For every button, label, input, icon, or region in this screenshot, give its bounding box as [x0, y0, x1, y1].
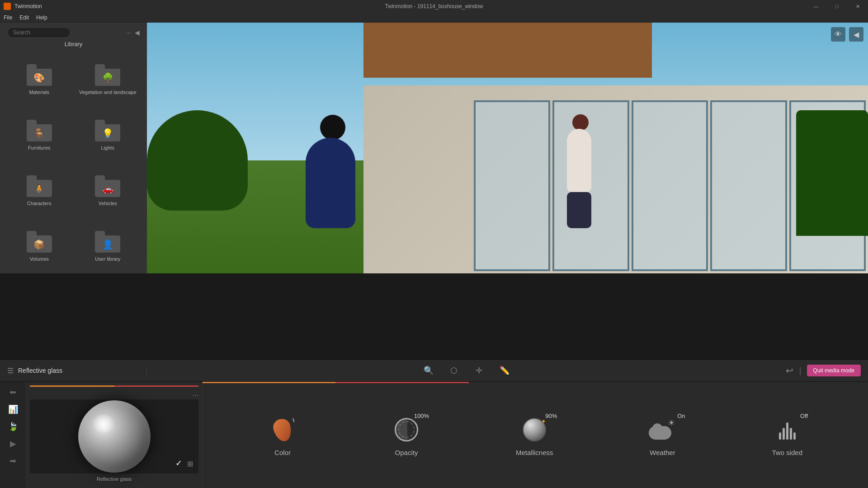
opacity-property[interactable]: 100% Opacity: [392, 415, 421, 456]
opacity-label: Opacity: [395, 449, 418, 456]
sidebar-icons: ··· ◀: [126, 29, 140, 36]
material-tab-bars: [30, 385, 198, 387]
app-title: Twinmotion: [14, 3, 42, 9]
quit-media-button[interactable]: Quit media mode: [807, 365, 861, 376]
export-icon[interactable]: ➡: [9, 456, 16, 466]
material-menu-icon[interactable]: ...: [193, 389, 198, 398]
sidebar-header: ··· ◀: [0, 23, 147, 41]
eye-toggle-button[interactable]: 👁: [831, 27, 845, 42]
sidebar-item-materials[interactable]: 🎨 Materials: [5, 52, 73, 107]
toolbar-center-tools: 🔍 ⬡ ✛ ✏️: [147, 363, 786, 378]
metallicness-label: Metallicness: [516, 449, 553, 456]
menu-edit[interactable]: Edit: [19, 14, 29, 21]
sidebar-collapse-icon[interactable]: ◀: [135, 29, 140, 36]
color-icon-wrap: [268, 415, 297, 444]
color-label: Color: [274, 449, 291, 456]
lights-label: Lights: [101, 145, 114, 150]
close-button[interactable]: ✕: [847, 0, 868, 13]
connect-tool-button[interactable]: ⬡: [447, 363, 461, 378]
eye-icon: 👁: [835, 30, 842, 38]
viewport-background: [147, 23, 868, 273]
sidebar-item-lights[interactable]: 💡 Lights: [74, 108, 142, 162]
materials-folder-icon: 🎨: [27, 64, 52, 86]
scene-character-2: [567, 114, 594, 228]
two-sided-status: Off: [800, 413, 808, 419]
furnitures-folder-icon: 🪑: [27, 120, 52, 141]
toolbar-left-section: ☰ Reflective glass: [0, 366, 147, 375]
material-grid-icon[interactable]: ⊞: [187, 460, 193, 468]
chevron-right-icon: ◀: [854, 30, 859, 39]
two-sided-icon: [774, 418, 800, 441]
edit-icon: ✏️: [500, 366, 509, 375]
toolbar-right-section: ↩ | Quit media mode: [786, 365, 868, 376]
title-bar: Twinmotion Twinmotion - 191114_boxhouse_…: [0, 0, 868, 13]
color-property[interactable]: Color: [268, 415, 297, 456]
two-sided-icon-wrap: Off: [773, 415, 802, 444]
materials-label: Materials: [29, 89, 49, 95]
title-bar-controls: — □ ✕: [806, 0, 868, 13]
vegetation-label: Vegetation and landscape: [79, 89, 137, 95]
user-library-folder-icon: 👤: [95, 231, 120, 253]
volumes-label: Volumes: [30, 256, 49, 262]
lights-folder-icon: 💡: [95, 120, 120, 141]
tab-bar-1: [30, 385, 114, 387]
vehicles-folder-icon: 🚗: [95, 175, 120, 197]
move-tool-button[interactable]: ✛: [472, 363, 486, 378]
library-grid: 🎨 Materials 🌳 Vegetation and landscape 🪑…: [0, 52, 147, 273]
material-preview-header: ...: [30, 389, 198, 398]
viewport[interactable]: 👁 ◀: [147, 23, 868, 273]
app-icon: [4, 3, 11, 10]
window-title: Twinmotion - 191114_boxhouse_window: [385, 3, 483, 9]
maximize-button[interactable]: □: [826, 0, 847, 13]
material-name-label: Reflective glass: [30, 474, 198, 484]
hamburger-icon[interactable]: ☰: [7, 366, 14, 375]
color-drop-icon: [271, 417, 294, 442]
menu-file[interactable]: File: [4, 14, 12, 21]
import-icon[interactable]: ⬅: [9, 387, 16, 397]
leaf-icon[interactable]: 🍃: [8, 422, 18, 432]
viewport-controls: 👁 ◀: [831, 27, 863, 42]
search-tool-button[interactable]: 🔍: [421, 363, 436, 378]
metallicness-icon-wrap: ✦ 90%: [520, 415, 549, 444]
sidebar-item-characters[interactable]: 🧍 Characters: [5, 163, 73, 218]
tab-bar-2: [114, 385, 199, 387]
metallicness-sphere-icon: ✦: [523, 418, 546, 441]
bottom-left-icons: ⬅ 📊 🍃 ▶ ➡: [0, 382, 26, 488]
sidebar-more-icon[interactable]: ···: [126, 29, 131, 36]
weather-property[interactable]: ☀ On Weather: [648, 415, 677, 456]
viewport-collapse-button[interactable]: ◀: [849, 27, 863, 42]
sidebar-item-user-library[interactable]: 👤 User library: [74, 219, 142, 273]
edit-tool-button[interactable]: ✏️: [497, 363, 512, 378]
sidebar-item-volumes[interactable]: 📦 Volumes: [5, 219, 73, 273]
weather-cloud-icon: ☀: [649, 418, 676, 441]
metallicness-property[interactable]: ✦ 90% Metallicness: [516, 415, 553, 456]
move-icon: ✛: [476, 366, 482, 375]
sidebar-item-furnitures[interactable]: 🪑 Furnitures: [5, 108, 73, 162]
opacity-circle-icon: [395, 418, 418, 441]
search-input[interactable]: [7, 27, 71, 38]
material-props-content: Color 100% Opacity ✦: [203, 383, 868, 488]
separator: |: [799, 366, 801, 376]
opacity-icon-wrap: 100%: [392, 415, 421, 444]
undo-button[interactable]: ↩: [786, 365, 793, 376]
characters-folder-icon: 🧍: [27, 175, 52, 197]
scene-character-1: [306, 115, 360, 228]
menu-bar: File Edit Help: [0, 13, 868, 23]
left-sidebar: ··· ◀ Library 🎨 Materials 🌳 Vegetation a…: [0, 23, 147, 273]
vehicles-label: Vehicles: [99, 201, 117, 206]
sidebar-item-vegetation[interactable]: 🌳 Vegetation and landscape: [74, 52, 142, 107]
user-library-label: User library: [95, 256, 120, 262]
material-preview-area: ... ✓ ⊞ Reflective glass: [26, 382, 203, 488]
vegetation-folder-icon: 🌳: [95, 64, 120, 86]
material-preview-content: ✓ ⊞: [30, 399, 198, 474]
scene-vegetation-left: [147, 110, 248, 211]
play-icon[interactable]: ▶: [10, 439, 16, 449]
two-sided-property[interactable]: Off Two sided: [772, 415, 802, 456]
two-sided-label: Two sided: [772, 449, 802, 456]
minimize-button[interactable]: —: [806, 0, 826, 13]
sidebar-item-vehicles[interactable]: 🚗 Vehicles: [74, 163, 142, 218]
menu-help[interactable]: Help: [36, 14, 47, 21]
weather-status: On: [677, 413, 685, 419]
furnitures-label: Furnitures: [28, 145, 51, 150]
analytics-icon[interactable]: 📊: [8, 404, 18, 414]
